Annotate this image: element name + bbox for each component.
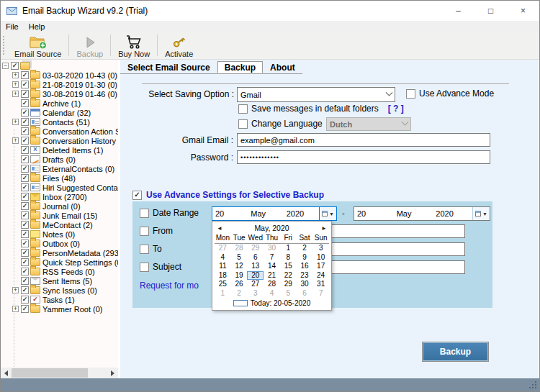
tree-checkbox[interactable] <box>21 99 29 107</box>
menu-file[interactable]: File <box>1 21 24 32</box>
calendar-day[interactable]: 5 <box>280 289 297 298</box>
calendar-day[interactable]: 21 <box>264 271 280 281</box>
calendar-day[interactable]: 14 <box>264 262 280 271</box>
tree-item[interactable]: Tasks (1) <box>2 295 118 304</box>
scroll-right-arrow[interactable] <box>107 368 118 378</box>
tree-item[interactable]: Outbox (0) <box>2 239 118 248</box>
resize-grip-icon[interactable] <box>535 387 536 388</box>
tree-checkbox[interactable] <box>21 193 29 201</box>
tree-item[interactable]: Files (48) <box>2 173 118 183</box>
calendar-day[interactable]: 28 <box>264 280 280 289</box>
change-language-checkbox[interactable] <box>238 119 248 129</box>
calendar-day[interactable]: 29 <box>247 244 264 253</box>
calendar-day[interactable]: 10 <box>312 253 329 263</box>
calendar-day[interactable]: 5 <box>231 253 248 263</box>
tree-horizontal-scrollbar[interactable] <box>1 368 118 378</box>
calendar-day[interactable]: 11 <box>215 262 231 271</box>
subject-checkbox[interactable] <box>140 263 149 272</box>
calendar-day[interactable]: 19 <box>231 271 248 281</box>
use-advance-mode-checkbox[interactable] <box>406 89 415 99</box>
tree-checkbox[interactable] <box>21 81 29 88</box>
tree-checkbox[interactable] <box>21 165 29 173</box>
calendar-day[interactable]: 2 <box>297 244 313 253</box>
menu-help[interactable]: Help <box>24 21 50 32</box>
tree-item[interactable]: +Contacts (51) <box>2 117 118 127</box>
calendar-today-link[interactable]: Today: 20-05-2020 <box>251 299 310 307</box>
advance-settings-checkbox[interactable] <box>132 191 142 200</box>
scrollbar-track[interactable] <box>12 368 107 378</box>
tree-checkbox[interactable] <box>21 268 29 275</box>
date-end-year[interactable]: 2020 <box>433 207 472 220</box>
tree-item[interactable]: − <box>2 61 118 70</box>
calendar-day[interactable]: 8 <box>280 253 297 263</box>
tree-checkbox[interactable] <box>21 249 29 257</box>
close-button[interactable]: × <box>507 1 539 21</box>
expand-plus-icon[interactable]: + <box>12 119 19 125</box>
tree-item[interactable]: Conversation Action Set <box>2 127 118 136</box>
tree-item[interactable]: PersonMetadata (293) <box>2 248 118 257</box>
tree-item[interactable]: Quick Step Settings (0) <box>2 257 118 267</box>
tree-checkbox[interactable] <box>21 109 29 117</box>
tree-item[interactable]: Archive (1) <box>2 99 118 108</box>
calendar-day[interactable]: 17 <box>312 262 329 271</box>
tree-item[interactable]: Sent Items (5) <box>2 276 118 286</box>
language-combo[interactable]: Dutch <box>326 117 411 131</box>
calendar-day[interactable]: 30 <box>297 280 313 289</box>
date-end-picker[interactable]: 20 May 2020 ▼ <box>354 206 490 221</box>
scroll-left-arrow[interactable] <box>1 368 12 378</box>
tree-checkbox[interactable] <box>21 118 29 126</box>
calendar-day[interactable]: 26 <box>231 280 248 289</box>
calendar-day[interactable]: 24 <box>312 271 329 281</box>
tree-item[interactable]: +21-08-2019 01-30 (0) <box>2 80 118 89</box>
calendar-day[interactable]: 12 <box>231 262 248 271</box>
tree-item[interactable]: Deleted Items (1) <box>2 145 118 155</box>
date-range-checkbox[interactable] <box>140 209 149 218</box>
date-end-day[interactable]: 20 <box>354 207 394 220</box>
expand-plus-icon[interactable]: + <box>12 306 19 312</box>
calendar-month-title[interactable]: May, 2020 <box>225 224 318 232</box>
calendar-day[interactable]: 4 <box>264 289 280 298</box>
expand-plus-icon[interactable]: + <box>12 287 19 293</box>
calendar-day[interactable]: 9 <box>297 253 313 263</box>
calendar-day[interactable]: 18 <box>215 271 231 281</box>
calendar-day[interactable]: 13 <box>247 262 264 271</box>
buy-now-button[interactable]: Buy Now <box>112 32 156 59</box>
tree-checkbox[interactable] <box>21 183 29 191</box>
tree-checkbox[interactable] <box>21 137 29 145</box>
tree-checkbox[interactable] <box>21 296 29 304</box>
expand-plus-icon[interactable]: + <box>12 81 19 88</box>
help-link[interactable]: [ ? ] <box>388 104 404 114</box>
calendar-day[interactable]: 6 <box>247 253 264 263</box>
tab-about[interactable]: About <box>263 61 302 73</box>
tree-checkbox[interactable] <box>21 240 29 247</box>
date-end-dropdown-button[interactable]: ▼ <box>472 207 490 220</box>
tree-item[interactable]: +Conversation History (0) <box>2 136 118 145</box>
calendar-day[interactable]: 3 <box>312 244 329 253</box>
password-input[interactable]: ••••••••••••• <box>237 150 490 164</box>
calendar-day[interactable]: 25 <box>215 280 231 289</box>
calendar-day[interactable]: 20 <box>247 271 264 281</box>
tree-checkbox[interactable] <box>21 146 29 154</box>
save-messages-checkbox[interactable] <box>238 104 248 114</box>
tree-checkbox[interactable] <box>21 277 29 285</box>
expand-plus-icon[interactable]: + <box>12 72 19 78</box>
gmail-email-input[interactable]: example@gmail.com <box>237 133 490 147</box>
tree-item[interactable]: Calendar (32) <box>2 108 118 117</box>
calendar-next-button[interactable]: ► <box>318 225 330 232</box>
tree-item[interactable]: MeContact (2) <box>2 220 118 229</box>
tree-checkbox[interactable] <box>21 230 29 238</box>
tree-item[interactable]: +Yammer Root (0) <box>2 304 118 314</box>
date-start-dropdown-button[interactable]: ▼ <box>319 207 336 220</box>
email-source-button[interactable]: Email Source <box>9 32 67 59</box>
date-start-year[interactable]: 2020 <box>284 207 319 220</box>
calendar-day[interactable]: 6 <box>297 289 313 298</box>
expand-plus-icon[interactable]: + <box>12 137 19 144</box>
tree-checkbox[interactable] <box>21 258 29 266</box>
from-checkbox[interactable] <box>140 227 149 236</box>
to-checkbox[interactable] <box>140 245 149 254</box>
calendar-day[interactable]: 4 <box>215 253 231 263</box>
tree-item[interactable]: ExternalContacts (0) <box>2 164 118 173</box>
calendar-day[interactable]: 28 <box>231 244 248 253</box>
calendar-day[interactable]: 31 <box>312 280 329 289</box>
calendar-day[interactable]: 27 <box>247 280 264 289</box>
